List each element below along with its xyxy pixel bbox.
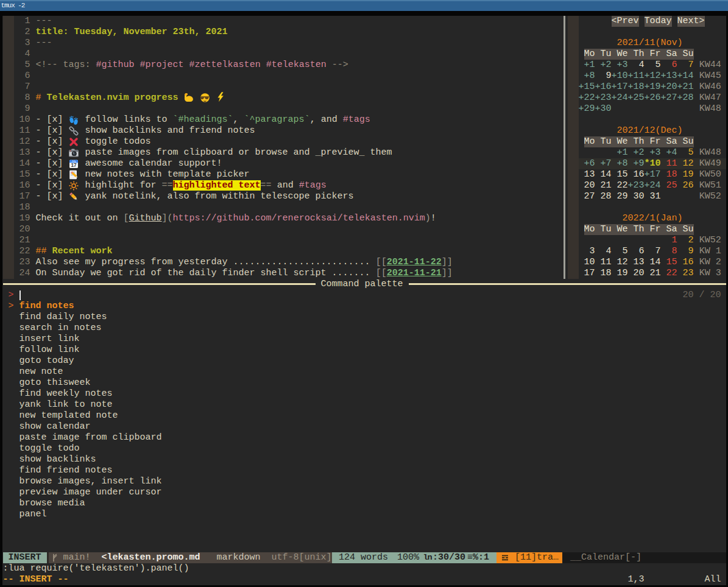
svg-text:17: 17	[71, 163, 77, 168]
